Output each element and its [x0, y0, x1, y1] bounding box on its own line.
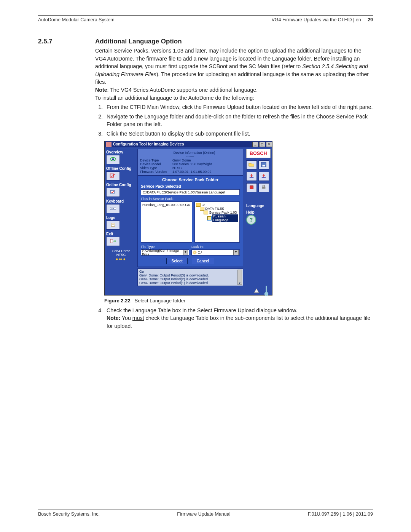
- lookin-value: C:\: [198, 251, 202, 254]
- config-offline-icon: [110, 173, 116, 179]
- intro-line: To install an additional language to the…: [95, 94, 373, 102]
- download-button[interactable]: [246, 172, 257, 181]
- step-3: Click the Select button to display the s…: [104, 130, 373, 138]
- open-folder-button[interactable]: [246, 160, 257, 169]
- nav-exit-button[interactable]: [106, 237, 120, 246]
- lookin-label: Look In:: [191, 245, 240, 249]
- figure-caption: Figure 2.22 Select Language folder: [104, 298, 373, 304]
- svg-rect-13: [110, 239, 113, 243]
- footer-right: F.01U.097.269 | 1.06 | 2011.09: [308, 511, 373, 517]
- window-title: Configuration Tool for Imaging Devices: [113, 142, 252, 146]
- drive-icon: 📀: [193, 251, 197, 254]
- file-item[interactable]: Russian_Lang_01.00.00.02.G4l: [142, 203, 191, 207]
- paragraph-1: Certain Service Packs, versions 1.03 and…: [95, 47, 373, 86]
- figure-caption-text: Select Language folder: [134, 298, 185, 304]
- brand-logo: BOSCH: [246, 149, 271, 158]
- log-line: Gen4 Dome: Output Period(1) is downloade…: [139, 281, 238, 285]
- svg-point-1: [112, 158, 114, 160]
- folder-icon: [200, 207, 204, 211]
- config-online-icon: [110, 189, 116, 195]
- log-scrollbar[interactable]: [237, 270, 242, 285]
- exit-icon: [110, 238, 116, 244]
- tree-node-c[interactable]: C:: [202, 203, 205, 207]
- note-text: : The VG4 Series AutoDome supports one a…: [107, 87, 258, 93]
- info-val-2: NTSC: [172, 166, 241, 170]
- svg-rect-18: [250, 185, 253, 189]
- choose-folder-title: Choose Service Pack Folder: [138, 176, 243, 184]
- header-right: VG4 Firmware Updates via the CTFID | en: [271, 17, 361, 22]
- info-val-1: 500 Series 36X Day/Night: [172, 162, 241, 166]
- step-4-note-label: Note:: [107, 315, 120, 321]
- upload-button[interactable]: [258, 172, 269, 181]
- help-icon: ?: [246, 215, 256, 225]
- nav-logs-label: Logs: [106, 216, 136, 220]
- nav-online-button[interactable]: [106, 188, 120, 197]
- footer-left: Bosch Security Systems, Inc.: [38, 511, 100, 517]
- tree-node-datafiles[interactable]: DATA FILES: [206, 207, 225, 211]
- select-button[interactable]: Select: [166, 258, 187, 264]
- nav-overview-button[interactable]: [106, 155, 120, 164]
- info-val-3: 1.07.00.01, 1.01.05.00.02: [172, 170, 241, 174]
- note-label: Note: [95, 87, 107, 93]
- svg-rect-19: [262, 187, 266, 189]
- folder-icon: [204, 211, 208, 214]
- nav-offline-label: Offline Config: [106, 166, 136, 171]
- filetype-dropdown[interactable]: (*.G4fwimg)Gen4 Image Files ▼: [141, 249, 189, 256]
- minimize-button[interactable]: _: [252, 142, 258, 147]
- status-dots-icon: ●⇔●: [106, 257, 136, 262]
- steps-list-bottom: Check the Language Table box in the Sele…: [95, 307, 373, 330]
- nav-logs-button[interactable]: [106, 220, 120, 230]
- help-label: Help: [246, 210, 271, 214]
- folder-tree[interactable]: C: DATA FILES Service Pack 1.03 Russian …: [194, 201, 240, 243]
- keyboard-icon: [110, 206, 116, 212]
- eye-icon: [110, 157, 116, 163]
- info-key-3: Firmware Version: [140, 170, 172, 174]
- log-line: Gen4 Dome: Output Period(3) is downloade…: [139, 273, 238, 277]
- dropdown-arrow-icon[interactable]: ▼: [233, 250, 239, 255]
- nav-offline-button[interactable]: [106, 171, 120, 181]
- svg-rect-17: [262, 177, 266, 178]
- nav-keyboard-button[interactable]: [106, 204, 120, 213]
- drive-icon: [196, 203, 201, 207]
- svg-rect-15: [263, 165, 265, 166]
- footer-center: Firmware Update Manual: [100, 511, 308, 517]
- step-4-line1: Check the Language Table box in the Sele…: [107, 307, 297, 313]
- nav-footer-video: NTSC: [106, 253, 136, 257]
- info-key-0: Device Type: [140, 158, 172, 162]
- folder-tree-label: [194, 197, 240, 201]
- file-listbox[interactable]: Russian_Lang_01.00.00.02.G4l: [141, 201, 192, 243]
- page-number: 29: [368, 17, 373, 22]
- floppy-disk-icon: [261, 162, 267, 168]
- print-button[interactable]: [258, 183, 269, 192]
- firmware-upload-button[interactable]: [246, 183, 257, 192]
- tree-node-lang[interactable]: Russian Language: [212, 214, 238, 222]
- save-button[interactable]: [258, 160, 269, 169]
- lookin-dropdown[interactable]: 📀 C:\ ▼: [191, 249, 240, 256]
- help-button[interactable]: ?: [246, 216, 256, 224]
- warning-icon: [254, 288, 259, 294]
- tree-node-sp[interactable]: Service Pack 1.03: [209, 211, 237, 214]
- note-line: Note: The VG4 Series AutoDome supports o…: [95, 86, 373, 94]
- info-val-0: Gen4 Dome: [172, 158, 241, 162]
- figure-label: Figure 2.22: [104, 298, 131, 304]
- window-titlebar: Configuration Tool for Imaging Devices _…: [105, 141, 272, 147]
- log-panel: Ge Gen4 Dome: Output Period(3) is downlo…: [137, 268, 243, 286]
- cancel-button[interactable]: Cancel: [192, 258, 214, 264]
- printer-icon: [261, 185, 267, 191]
- close-button[interactable]: ×: [266, 142, 272, 147]
- nav-exit-label: Exit: [106, 232, 136, 236]
- folder-open-icon: [207, 216, 212, 220]
- log-line: Gen4 Dome: Output Period(2) is downloade…: [139, 277, 238, 281]
- info-key-2: Video Type: [140, 166, 172, 170]
- svg-rect-21: [266, 286, 267, 292]
- nav-device-footer: Gen4 Dome NTSC ●⇔●: [106, 249, 136, 262]
- section-number: 2.5.7: [38, 38, 95, 331]
- page-footer: Bosch Security Systems, Inc. Firmware Up…: [38, 511, 373, 517]
- maximize-button[interactable]: □: [259, 142, 265, 147]
- folder-open-icon: [249, 162, 255, 168]
- dropdown-arrow-icon[interactable]: ▼: [183, 250, 188, 255]
- choose-folder-dialog: Choose Service Pack Folder Service Pack …: [137, 176, 243, 267]
- svg-line-3: [111, 174, 115, 177]
- selected-path-field[interactable]: C:\DATA FILES\Service Pack 1.03\Russian …: [141, 189, 240, 195]
- nav-keyboard-label: Keyboard: [106, 199, 136, 203]
